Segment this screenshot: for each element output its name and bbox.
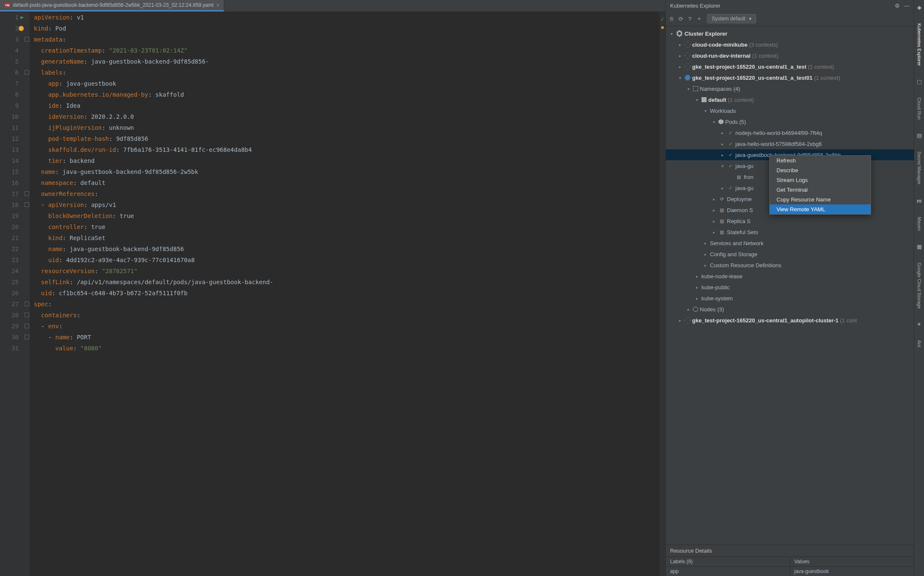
expand-arrow[interactable]	[685, 87, 691, 91]
fold-gutter[interactable]	[24, 12, 30, 576]
editor-body[interactable]: 1234567891011121314151617181920212223242…	[0, 12, 665, 576]
warning-marker[interactable]	[661, 26, 664, 29]
expand-arrow[interactable]	[711, 197, 717, 201]
namespace-item[interactable]: kube-public	[666, 282, 914, 293]
expand-arrow[interactable]	[694, 285, 700, 290]
pod-item[interactable]: ✓java-hello-world-57598df584-2xbg6	[666, 138, 914, 149]
expand-arrow[interactable]	[702, 109, 708, 113]
context-menu[interactable]: RefreshDescribeStream LogsGet TerminalCo…	[769, 155, 871, 215]
tool-window-rail: ◆ Kubernetes Explorer ▢ Cloud Run ▤ Secr…	[914, 0, 924, 576]
editor-right-status: ✓	[660, 12, 665, 576]
namespace-item[interactable]: kube-node-lease	[666, 271, 914, 282]
inspection-ok-icon[interactable]: ✓	[660, 12, 665, 25]
refresh-icon[interactable]: ⟳	[679, 16, 683, 22]
cloud-run-rail-icon[interactable]: ▢	[917, 78, 922, 85]
expand-arrow[interactable]	[694, 274, 700, 279]
resource-group[interactable]: Services and Network	[666, 238, 914, 249]
tab-bar: YM default-pods-java-guestbook-backend-9…	[0, 0, 665, 12]
active-cluster-icon	[685, 75, 690, 81]
workloads-group[interactable]: Workloads	[666, 105, 914, 116]
expand-arrow[interactable]	[702, 252, 708, 257]
rail-cloud-run[interactable]: Cloud Run	[916, 96, 923, 121]
rail-secret-manager[interactable]: Secret Manager	[916, 150, 923, 186]
expand-arrow[interactable]	[711, 219, 717, 224]
rail-ant[interactable]: Ant	[916, 338, 923, 349]
expand-arrow[interactable]	[719, 153, 725, 157]
cluster-tree[interactable]: Cluster Explorercloud-code-minikube (3 c…	[666, 26, 914, 545]
rail-gcs[interactable]: Google Cloud Storage	[916, 261, 923, 310]
menu-item-get-terminal[interactable]: Get Terminal	[770, 185, 871, 195]
rail-maven[interactable]: Maven	[916, 215, 923, 232]
menu-item-copy-resource-name[interactable]: Copy Resource Name	[770, 195, 871, 204]
maven-rail-icon[interactable]: m	[917, 198, 922, 204]
gear-icon[interactable]: ⚙	[895, 3, 900, 9]
expand-arrow[interactable]	[677, 64, 683, 69]
expand-arrow[interactable]	[711, 208, 717, 213]
expand-arrow[interactable]	[694, 296, 700, 301]
expand-arrow[interactable]	[719, 164, 725, 168]
pod-running-icon: ✓	[727, 185, 734, 191]
code-area[interactable]: apiVersion: v1kind: Podmetadata: creatio…	[30, 12, 660, 576]
editor-pane: YM default-pods-java-guestbook-backend-9…	[0, 0, 665, 576]
cluster-explorer-icon	[676, 30, 683, 37]
resource-group[interactable]: Config and Storage	[666, 249, 914, 260]
secret-rail-icon[interactable]: ▤	[917, 132, 922, 139]
breakpoint-marker[interactable]	[19, 26, 24, 31]
pod-running-icon: ✓	[727, 129, 734, 136]
menu-item-view-remote-yaml[interactable]: View Remote YAML	[770, 204, 871, 214]
help-icon[interactable]: ?	[688, 16, 691, 22]
resource-group[interactable]: Custom Resource Definitions	[666, 260, 914, 271]
namespace-default[interactable]: default (1 context)	[666, 94, 914, 105]
workload-group[interactable]: ▥Stateful Sets	[666, 226, 914, 238]
expand-arrow[interactable]	[719, 186, 725, 190]
nodes-group[interactable]: Nodes (3)	[666, 304, 914, 315]
expand-arrow[interactable]	[694, 98, 700, 102]
pod-running-icon: ✓	[727, 151, 734, 158]
namespaces-group[interactable]: Namespaces (4)	[666, 83, 914, 94]
chevron-down-icon: ▾	[749, 16, 751, 22]
expand-arrow[interactable]	[668, 31, 674, 36]
context-dropdown[interactable]: System default ▾	[707, 14, 756, 23]
add-icon[interactable]: ＋	[696, 15, 702, 22]
expand-arrow[interactable]	[711, 230, 717, 235]
expand-arrow[interactable]	[685, 307, 691, 312]
pod-running-icon: ✓	[727, 162, 734, 169]
menu-item-describe[interactable]: Describe	[770, 165, 871, 175]
cluster-icon	[685, 42, 690, 48]
yaml-file-icon: YM	[4, 2, 10, 8]
expand-arrow[interactable]	[677, 53, 683, 58]
cluster-item[interactable]: cloud-code-minikube (3 contexts)	[666, 39, 914, 50]
close-tab-icon[interactable]: ×	[216, 2, 220, 8]
line-number-gutter[interactable]: 1234567891011121314151617181920212223242…	[3, 12, 24, 576]
details-row[interactable]: app java-guestbook	[666, 566, 914, 576]
cluster-explorer-root[interactable]: Cluster Explorer	[666, 28, 914, 39]
k8s-rail-icon[interactable]: ◆	[917, 4, 921, 11]
expand-arrow[interactable]	[719, 142, 725, 146]
workload-group-icon: ▥	[718, 218, 725, 224]
cluster-item[interactable]: gke_test-project-165220_us-central1_auto…	[666, 315, 914, 326]
workload-group[interactable]: ▥Replica S	[666, 215, 914, 226]
expand-arrow[interactable]	[702, 241, 708, 246]
cluster-item-active[interactable]: gke_test-project-165220_us-central1_a_te…	[666, 72, 914, 83]
connect-icon[interactable]: ⎘	[670, 16, 674, 22]
nodes-icon	[693, 307, 698, 312]
menu-item-stream-logs[interactable]: Stream Logs	[770, 175, 871, 185]
rail-k8s-explorer[interactable]: Kubernetes Explorer	[916, 22, 923, 67]
minimize-icon[interactable]: —	[904, 3, 910, 9]
editor-tab[interactable]: YM default-pods-java-guestbook-backend-9…	[0, 0, 224, 11]
expand-arrow[interactable]	[677, 42, 683, 47]
namespace-item[interactable]: kube-system	[666, 293, 914, 304]
expand-arrow[interactable]	[711, 120, 717, 124]
expand-arrow[interactable]	[702, 263, 708, 268]
pod-item[interactable]: ✓nodejs-hello-world-b46944f99-7ft4q	[666, 127, 914, 138]
cluster-item[interactable]: cloud-run-dev-internal (1 context)	[666, 50, 914, 61]
menu-item-refresh[interactable]: Refresh	[770, 156, 871, 165]
cluster-item[interactable]: gke_test-project-165220_us-central1_a_te…	[666, 61, 914, 72]
ant-rail-icon[interactable]: ✴	[917, 321, 921, 327]
pods-group[interactable]: Pods (5)	[666, 116, 914, 127]
gcs-rail-icon[interactable]: ▦	[917, 243, 922, 250]
expand-arrow[interactable]	[677, 318, 683, 323]
expand-arrow[interactable]	[719, 131, 725, 135]
container-icon: ▥	[735, 173, 742, 180]
expand-arrow[interactable]	[677, 75, 683, 80]
